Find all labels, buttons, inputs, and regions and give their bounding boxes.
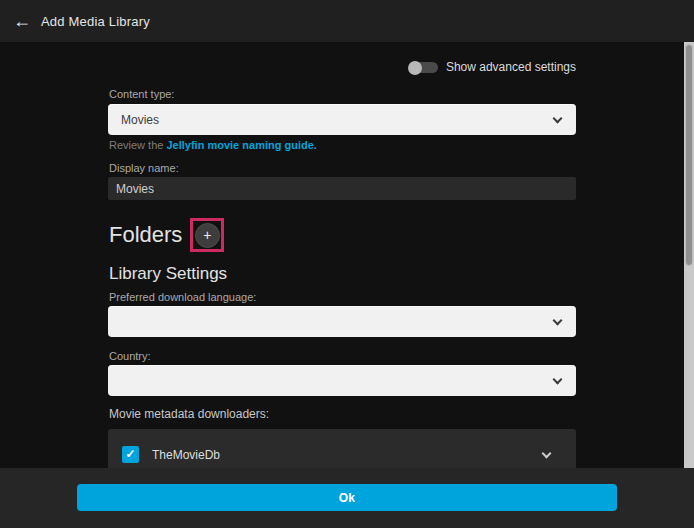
downloader-row-themoviedb: ✓ TheMovieDb [122, 446, 562, 463]
country-select[interactable] [108, 365, 576, 396]
content-type-label: Content type: [109, 88, 174, 100]
content-type-value: Movies [121, 113, 159, 127]
add-folder-button[interactable]: + [195, 223, 220, 248]
advanced-settings-toggle-row[interactable]: Show advanced settings [408, 60, 576, 74]
back-button[interactable]: ← [7, 6, 37, 36]
display-name-label: Display name: [109, 162, 179, 174]
plus-icon: + [203, 227, 211, 243]
themoviedb-checkbox[interactable]: ✓ [122, 446, 139, 463]
country-label: Country: [109, 350, 151, 362]
check-icon: ✓ [125, 447, 135, 461]
scrollbar-track[interactable] [684, 42, 694, 468]
library-settings-heading: Library Settings [109, 264, 227, 284]
content-type-select[interactable]: Movies [108, 104, 576, 135]
add-media-library-page: ← Add Media Library Show advanced settin… [0, 0, 694, 528]
naming-guide-link[interactable]: Jellyfin movie naming guide [166, 139, 313, 151]
form-content: Show advanced settings Content type: Mov… [108, 42, 576, 468]
metadata-downloaders-label: Movie metadata downloaders: [109, 407, 269, 421]
preferred-language-select[interactable] [108, 306, 576, 337]
ok-button[interactable]: Ok [77, 484, 617, 511]
page-title: Add Media Library [41, 14, 150, 29]
preferred-language-label: Preferred download language: [109, 291, 256, 303]
toggle-off-icon[interactable] [408, 61, 438, 74]
footer-bar: Ok [0, 468, 694, 528]
chevron-down-icon [553, 375, 563, 385]
top-app-bar: ← Add Media Library [0, 0, 694, 42]
helper-suffix: . [314, 139, 317, 151]
scrollbar-thumb[interactable] [685, 44, 693, 266]
downloader-name: TheMovieDb [152, 448, 220, 462]
toggle-knob [408, 61, 422, 75]
helper-prefix: Review the [109, 139, 166, 151]
chevron-down-icon[interactable] [542, 449, 552, 459]
display-name-input[interactable] [108, 177, 576, 200]
folders-heading: Folders [109, 222, 182, 248]
advanced-settings-label: Show advanced settings [446, 60, 576, 74]
chevron-down-icon [553, 316, 563, 326]
back-arrow-icon: ← [13, 11, 31, 31]
chevron-down-icon [553, 114, 563, 124]
naming-guide-helper: Review the Jellyfin movie naming guide. [109, 139, 317, 151]
folders-section: Folders + [109, 218, 224, 252]
focus-ring: + [190, 218, 224, 252]
